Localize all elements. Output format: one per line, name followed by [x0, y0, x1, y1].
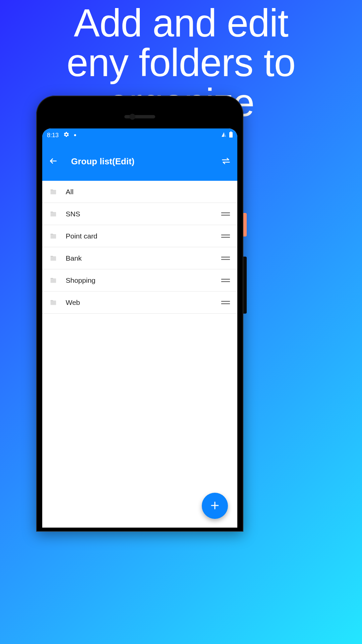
status-dot-icon [74, 134, 76, 136]
folder-icon [50, 210, 57, 218]
folder-icon [50, 188, 57, 196]
list-item[interactable]: Shopping [42, 269, 237, 291]
list-item[interactable]: Bank [42, 247, 237, 269]
app-bar: Group list(Edit) [42, 142, 237, 181]
svg-rect-1 [230, 131, 232, 132]
folder-label: All [66, 188, 230, 196]
swap-button[interactable] [221, 156, 231, 167]
phone-volume-button [243, 257, 247, 314]
folder-icon [50, 299, 57, 306]
promo-backdrop: Add and editeny folders toorganize 8:13 [0, 0, 362, 644]
folder-label: Bank [66, 254, 213, 262]
folder-icon [50, 277, 57, 284]
list-item[interactable]: Point card [42, 225, 237, 247]
drag-handle-icon[interactable] [221, 212, 230, 216]
drag-handle-icon[interactable] [221, 234, 230, 238]
svg-rect-0 [229, 132, 233, 138]
folder-icon [50, 255, 57, 262]
arrow-left-icon [49, 157, 58, 166]
list-item[interactable]: Web [42, 291, 237, 314]
folder-list: AllSNSPoint cardBankShoppingWeb [42, 181, 237, 314]
list-item[interactable]: SNS [42, 203, 237, 225]
plus-icon [209, 500, 221, 512]
status-bar: 8:13 [42, 128, 237, 142]
phone-power-button [243, 213, 247, 236]
drag-handle-icon[interactable] [221, 256, 230, 261]
screen: 8:13 [42, 128, 237, 528]
folder-label: Point card [66, 232, 213, 240]
folder-label: Web [66, 299, 213, 307]
swap-horizontal-icon [221, 156, 231, 167]
signal-icon [221, 132, 227, 139]
page-title: Group list(Edit) [71, 156, 208, 167]
folder-icon [50, 232, 57, 240]
folder-label: Shopping [66, 276, 213, 284]
add-folder-button[interactable] [202, 493, 228, 519]
drag-handle-icon[interactable] [221, 300, 230, 305]
back-button[interactable] [49, 157, 58, 166]
phone-frame: 8:13 [36, 96, 243, 532]
list-item[interactable]: All [42, 181, 237, 203]
status-time: 8:13 [47, 132, 59, 139]
folder-label: SNS [66, 210, 213, 218]
drag-handle-icon[interactable] [221, 278, 230, 283]
battery-icon [229, 131, 233, 139]
settings-icon [63, 131, 69, 139]
